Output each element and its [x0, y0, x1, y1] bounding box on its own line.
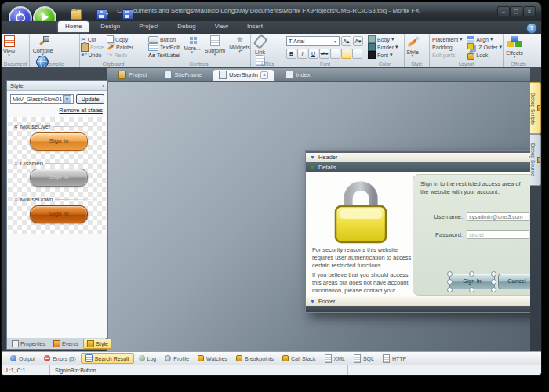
password-field[interactable] [467, 230, 529, 239]
bottom-tab-http[interactable]: HTTP [379, 354, 410, 364]
align-button[interactable]: Align▾ [467, 35, 502, 43]
details-band[interactable]: ▼ Details [306, 162, 530, 172]
font-size-down-button[interactable]: A▾ [353, 36, 363, 46]
border-color-button[interactable]: Border▾ [368, 43, 403, 51]
doc-tab-siteframe[interactable]: SiteFrame [158, 70, 207, 81]
design-canvas[interactable]: ▼ Header ▼ Details [107, 82, 530, 351]
bottom-tab-breakpoints[interactable]: Breakpoints [232, 354, 278, 362]
remove-state-icon[interactable]: × [14, 197, 18, 203]
iwidgets-button[interactable]: ★ iWidgets ▾ [228, 35, 251, 59]
bottom-tab-errors[interactable]: Errors (0) [40, 354, 80, 362]
panel-tab-properties[interactable]: Properties [9, 339, 49, 348]
main-area: Project SiteFrame UserSignIn × Index [2, 67, 541, 351]
minimize-button[interactable]: – [497, 6, 510, 16]
footer-band[interactable]: ▼ Footer [306, 296, 530, 306]
side-tab-debug-scripts[interactable]: Debug Scripts [530, 82, 541, 134]
selection-handle[interactable] [469, 287, 474, 292]
bottom-tab-xml[interactable]: XML [321, 354, 349, 364]
panel-tab-events[interactable]: Events [50, 339, 82, 348]
update-button[interactable]: Update [76, 94, 104, 104]
copy-button[interactable]: Copy [107, 35, 133, 43]
lock-button[interactable]: Lock [467, 51, 502, 59]
textedit-control-button[interactable]: TextEdit [148, 43, 180, 51]
effects-button[interactable]: Effects ▾ [504, 35, 525, 58]
ribbon-tab-view[interactable]: View [208, 21, 235, 32]
remove-state-icon[interactable]: × [14, 124, 18, 130]
collapse-arrow-icon[interactable]: ▼ [310, 299, 315, 304]
remove-all-states-link[interactable]: Remove all states [7, 107, 103, 113]
ribbon-tab-home[interactable]: Home [58, 21, 89, 32]
button-control-button[interactable]: Button [148, 35, 180, 43]
z-order-button[interactable]: Z Order▾ [467, 43, 502, 51]
bottom-tab-profile[interactable]: Profile [161, 354, 193, 362]
placement-button[interactable]: Placement▾ [432, 35, 465, 43]
padding-button[interactable]: Padding [432, 43, 465, 51]
painter-button[interactable]: Painter [107, 43, 133, 51]
strikethrough-button[interactable]: abc [319, 49, 329, 59]
collapse-arrow-icon[interactable]: ▼ [310, 154, 315, 160]
selection-handle[interactable] [447, 271, 453, 277]
edit-parts-button[interactable]: Edit parts [432, 51, 465, 59]
underline-button[interactable]: U [308, 49, 318, 59]
quick-access-chevron-down-icon[interactable]: ▾ [106, 11, 108, 16]
ribbon-tab-debug[interactable]: Debug [170, 21, 203, 32]
collapse-arrow-icon[interactable]: ▼ [310, 165, 315, 170]
ribbon-tab-project[interactable]: Project [132, 21, 165, 32]
selection-handle[interactable] [491, 271, 496, 277]
username-field[interactable] [467, 212, 529, 221]
body-color-button[interactable]: Body▾ [368, 35, 403, 43]
header-band[interactable]: ▼ Header [306, 153, 530, 162]
italic-button[interactable]: I [297, 49, 307, 59]
bottom-tab-sql[interactable]: SQL [350, 354, 378, 364]
panel-tab-style[interactable]: Style [83, 339, 112, 349]
side-tab-debug-source[interactable]: Debug Source [530, 134, 541, 186]
style-button[interactable]: Style ▾ [405, 35, 420, 57]
selection-handle[interactable] [447, 287, 453, 292]
undo-button[interactable]: ↶Undo [81, 51, 104, 59]
help-icon[interactable]: ? [526, 23, 537, 34]
style-name-select[interactable]: MkV_GlassyGlow01 ▼ [10, 94, 74, 104]
bottom-tab-log[interactable]: Log [135, 354, 161, 362]
align-left-button[interactable] [330, 49, 340, 59]
cancel-button[interactable]: Cancel [498, 274, 530, 289]
link-button[interactable]: Link [252, 35, 268, 55]
bottom-tab-call-stack[interactable]: Call Stack [278, 354, 320, 362]
subform-button[interactable]: Subform ▾ [204, 35, 226, 59]
selection-handle[interactable] [469, 271, 474, 277]
align-right-button[interactable] [352, 49, 362, 59]
font-size-up-button[interactable]: A▴ [341, 36, 351, 46]
state-preview-mouseover[interactable]: Sign In [30, 132, 88, 151]
font-family-select[interactable]: T Arial ▼ [286, 36, 340, 46]
redo-button[interactable]: ↷Redo [107, 51, 133, 59]
state-preview-disabled[interactable]: Sign In [30, 169, 88, 187]
bottom-tab-watches[interactable]: Watches [194, 354, 231, 362]
design-form[interactable]: ▼ Header ▼ Details [305, 150, 530, 313]
selection-handle[interactable] [447, 279, 453, 285]
view-button[interactable]: View ▾ [2, 35, 16, 56]
font-color-button[interactable]: Font▾ [368, 51, 403, 59]
pin-icon[interactable]: ▪ [103, 83, 104, 89]
state-preview-mousedown[interactable]: Sign In [30, 205, 88, 223]
compile-button[interactable]: Compile ▾ [31, 35, 55, 56]
maximize-button[interactable]: ▢ [510, 6, 522, 16]
doc-tab-project[interactable]: Project [113, 70, 152, 81]
close-tab-icon[interactable]: × [260, 71, 268, 79]
grid-icon [190, 37, 193, 40]
bold-button[interactable]: B [286, 49, 296, 59]
bottom-tab-output[interactable]: Output [6, 354, 39, 362]
close-button[interactable]: ✕ [523, 6, 536, 16]
textlabel-control-button[interactable]: AaTextLabel [148, 51, 180, 59]
ribbon-tab-design[interactable]: Design [93, 21, 127, 32]
doc-tab-index[interactable]: Index [280, 70, 315, 81]
paste-button[interactable]: Paste [81, 43, 104, 51]
align-center-button[interactable] [341, 49, 351, 59]
doc-tab-usersignin[interactable]: UserSignIn × [213, 70, 274, 81]
open-project-icon[interactable] [71, 9, 82, 20]
save-all-icon[interactable] [122, 9, 133, 20]
selection-handle[interactable] [491, 279, 496, 285]
ribbon-tab-insert[interactable]: Insert [240, 21, 270, 32]
remove-state-icon[interactable]: × [14, 161, 18, 167]
bottom-tab-search-result[interactable]: Search Result [81, 353, 134, 364]
selection-handle[interactable] [491, 287, 496, 292]
more-controls-button[interactable]: More... ▾ [183, 35, 202, 59]
